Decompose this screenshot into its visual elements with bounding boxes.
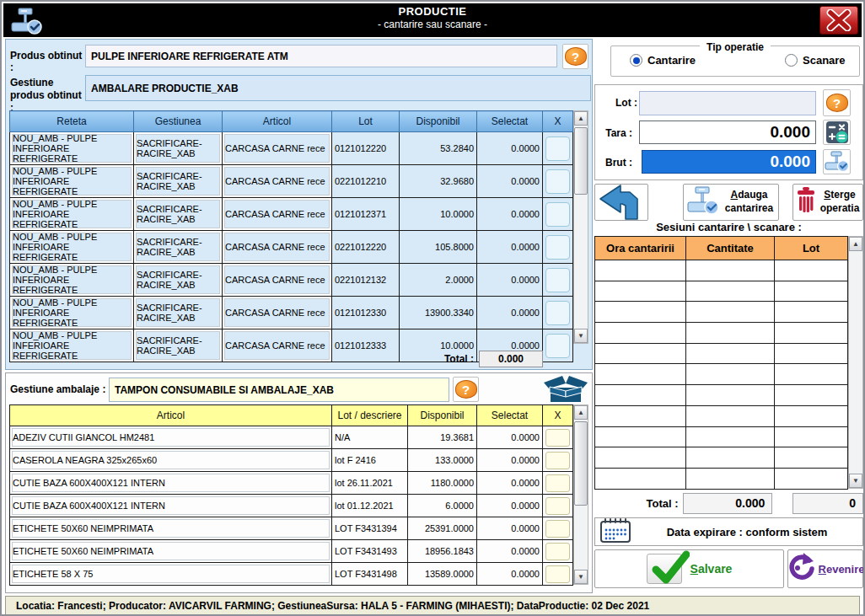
- cell-gestiunea[interactable]: SACRIFICARE-RACIRE_XAB: [134, 198, 223, 231]
- col-lot-descriere[interactable]: Lot / descriere: [332, 405, 408, 426]
- cell-articol[interactable]: ETICHETE 58 X 75: [10, 563, 332, 586]
- read-scale-button[interactable]: [823, 149, 851, 174]
- cell-lot[interactable]: 0221012210: [332, 165, 400, 198]
- cell-lot[interactable]: 0221012132: [332, 264, 400, 297]
- row-select-box[interactable]: [545, 301, 570, 325]
- cell-selectat[interactable]: 0.0000: [477, 540, 543, 563]
- cell-gestiunea[interactable]: SACRIFICARE-RACIRE_XAB: [134, 132, 223, 165]
- produs-obtinut-field[interactable]: PULPE INFERIOARE REFRIGERATE ATM: [85, 45, 557, 67]
- radio-cantarire[interactable]: Cantarire: [630, 54, 696, 67]
- cell-selectat[interactable]: 0.0000: [477, 426, 543, 449]
- row-select-box[interactable]: [545, 452, 570, 469]
- cell-gestiunea[interactable]: SACRIFICARE-RACIRE_XAB: [134, 165, 223, 198]
- radio-scanare[interactable]: Scanare: [785, 54, 846, 67]
- cell-reteta[interactable]: NOU_AMB - PULPE INFERIOARE REFRIGERATE: [10, 264, 134, 297]
- calculator-button[interactable]: [823, 120, 851, 145]
- table1-scrollbar[interactable]: ▲ ▼: [573, 110, 588, 344]
- cell-selectat[interactable]: 0.0000: [477, 495, 543, 517]
- scroll-down-icon[interactable]: ▼: [849, 474, 862, 488]
- cell-selectat[interactable]: 0.0000: [477, 472, 543, 495]
- cell-disponibil[interactable]: 2.0000: [400, 264, 477, 297]
- revenire-button[interactable]: Revenire: [787, 549, 863, 588]
- cell-selectat[interactable]: 0.0000: [477, 449, 543, 472]
- cell-lot[interactable]: 0121012330: [332, 297, 400, 329]
- cell-articol[interactable]: CARCASA CARNE rece: [223, 297, 332, 329]
- brut-input[interactable]: 0.000: [642, 150, 816, 174]
- scroll-up-icon[interactable]: ▲: [574, 405, 588, 420]
- cell-reteta[interactable]: NOU_AMB - PULPE INFERIOARE REFRIGERATE: [10, 198, 134, 231]
- col-reteta[interactable]: Reteta: [10, 111, 134, 132]
- ambalaje-help-button[interactable]: ?: [453, 377, 479, 402]
- close-button[interactable]: [819, 6, 858, 35]
- col-selectat[interactable]: Selectat: [477, 405, 543, 426]
- cell-lot[interactable]: LOT F3431498: [332, 563, 408, 586]
- row-select-box[interactable]: [545, 202, 570, 227]
- cell-disponibil[interactable]: 18956.1843: [408, 540, 477, 563]
- gestiune-ambalaje-field[interactable]: TAMPON CONSUMABILE SI AMBALAJE_XAB: [109, 378, 449, 402]
- cell-disponibil[interactable]: 133.0000: [408, 449, 477, 472]
- cell-disponibil[interactable]: 32.9680: [400, 165, 477, 198]
- back-button[interactable]: [594, 184, 648, 221]
- col-gestiunea[interactable]: Gestiunea: [134, 111, 223, 132]
- scroll-thumb[interactable]: [574, 127, 588, 195]
- cell-lot[interactable]: LOT F3431493: [332, 540, 408, 563]
- cell-lot[interactable]: N/A: [332, 426, 408, 449]
- cell-selectat[interactable]: 0.0000: [477, 132, 543, 165]
- col-ora-cantaririi[interactable]: Ora cantaririi: [595, 237, 686, 260]
- row-select-box[interactable]: [545, 565, 570, 583]
- scroll-up-icon[interactable]: ▲: [574, 111, 588, 126]
- scroll-thumb[interactable]: [574, 421, 588, 506]
- row-select-box[interactable]: [545, 429, 570, 447]
- cell-articol[interactable]: ETICHETE 50X60 NEIMPRIMATA: [10, 517, 332, 540]
- cell-selectat[interactable]: 0.0000: [477, 297, 543, 329]
- col-lot[interactable]: Lot: [332, 111, 400, 132]
- cell-disponibil[interactable]: 19.3681: [408, 426, 477, 449]
- cell-articol[interactable]: CARCASA CARNE rece: [223, 132, 332, 165]
- adauga-cantarirea-button[interactable]: Adauga cantarirea: [683, 184, 779, 221]
- row-select-box[interactable]: [545, 268, 570, 292]
- cell-disponibil[interactable]: 10.0000: [400, 198, 477, 231]
- col-articol[interactable]: Articol: [223, 111, 332, 132]
- col-disponibil[interactable]: Disponibil: [408, 405, 477, 426]
- cell-reteta[interactable]: NOU_AMB - PULPE INFERIOARE REFRIGERATE: [10, 297, 134, 329]
- col-cantitate[interactable]: Cantitate: [686, 237, 775, 260]
- cell-lot[interactable]: lot F 2416: [332, 449, 408, 472]
- cell-lot[interactable]: 0121012371: [332, 198, 400, 231]
- cell-selectat[interactable]: 0.0000: [477, 231, 543, 264]
- cell-lot[interactable]: 0221012220: [332, 231, 400, 264]
- cell-articol[interactable]: CARCASA CARNE rece: [223, 165, 332, 198]
- cell-gestiunea[interactable]: SACRIFICARE-RACIRE_XAB: [134, 264, 223, 297]
- cell-lot[interactable]: 0121012220: [332, 132, 400, 165]
- cell-reteta[interactable]: NOU_AMB - PULPE INFERIOARE REFRIGERATE: [10, 231, 134, 264]
- cell-selectat[interactable]: 0.0000: [477, 264, 543, 297]
- cell-articol[interactable]: CARCASA CARNE rece: [223, 198, 332, 231]
- cell-articol[interactable]: CUTIE BAZA 600X400X121 INTERN: [10, 472, 332, 495]
- cell-disponibil[interactable]: 53.2840: [400, 132, 477, 165]
- cell-gestiunea[interactable]: SACRIFICARE-RACIRE_XAB: [134, 297, 223, 329]
- row-select-box[interactable]: [545, 235, 570, 260]
- row-select-box[interactable]: [545, 169, 570, 194]
- cell-disponibil[interactable]: 13900.3340: [400, 297, 477, 329]
- cell-articol[interactable]: CARCASA CARNE rece: [223, 231, 332, 264]
- cell-articol[interactable]: CASEROLA NEAGRA 325x265x60: [10, 449, 332, 472]
- produs-help-button[interactable]: ?: [562, 44, 588, 69]
- tara-input[interactable]: 0.000: [639, 121, 816, 144]
- col-articol[interactable]: Articol: [10, 405, 332, 426]
- cell-articol[interactable]: ETICHETE 50X60 NEIMPRIMATA: [10, 540, 332, 563]
- cell-articol[interactable]: ADEZIV CUTII GIANCOL HM2481: [10, 426, 332, 449]
- lot-help-button[interactable]: ?: [823, 89, 851, 116]
- cell-disponibil[interactable]: 25391.0000: [408, 517, 477, 540]
- cell-selectat[interactable]: 0.0000: [477, 563, 543, 586]
- col-selectat[interactable]: Selectat: [477, 111, 543, 132]
- table2-scrollbar[interactable]: ▲ ▼: [573, 404, 588, 585]
- scroll-down-icon[interactable]: ▼: [574, 329, 588, 343]
- cell-disponibil[interactable]: 13589.0000: [408, 563, 477, 586]
- cell-disponibil[interactable]: 6.0000: [408, 495, 477, 517]
- cell-gestiunea[interactable]: SACRIFICARE-RACIRE_XAB: [134, 231, 223, 264]
- cell-lot[interactable]: lot 01.12.2021: [332, 495, 408, 517]
- cell-lot[interactable]: LOT F3431394: [332, 517, 408, 540]
- row-select-box[interactable]: [545, 543, 570, 560]
- cell-reteta[interactable]: NOU_AMB - PULPE INFERIOARE REFRIGERATE: [10, 165, 134, 198]
- row-select-box[interactable]: [545, 520, 570, 538]
- cell-disponibil[interactable]: 1180.0000: [408, 472, 477, 495]
